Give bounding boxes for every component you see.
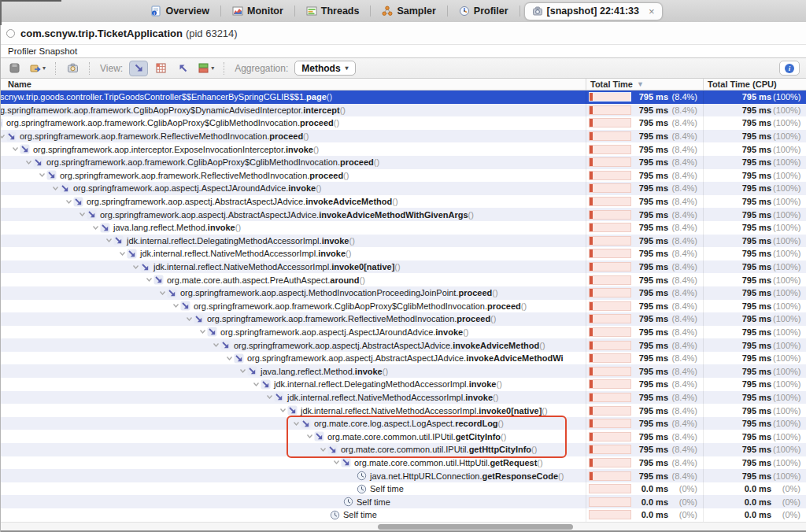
tab-threads[interactable]: Threads [299,3,367,19]
tree-row[interactable]: Self time0.0 ms(0%)0.0 ms(0%) [0,495,806,508]
expand-chevron-icon[interactable] [91,224,100,231]
expand-chevron-icon[interactable] [278,407,287,414]
tab-overview[interactable]: i Overview [143,3,216,19]
tree-row[interactable]: jdk.internal.reflect.NativeMethodAccesso… [0,247,806,260]
cpu-time-cell: 795 ms(100%) [703,312,806,326]
snapshot-camera-button[interactable] [63,61,82,76]
cpu-time-cell: 795 ms(100%) [703,208,806,221]
background-window-top-edge [0,0,61,2]
column-header-total-time-cpu[interactable]: Total Time (CPU) [703,79,806,90]
expand-chevron-icon[interactable] [144,276,153,283]
horizontal-scrollbar-thumb[interactable] [378,524,573,530]
expand-chevron-icon[interactable] [10,146,20,153]
expand-chevron-icon[interactable] [211,342,220,349]
view-combined-button[interactable]: ▾ [195,61,216,76]
column-header-name[interactable]: Name [0,79,586,90]
tree-row[interactable]: Self time0.0 ms(0%)0.0 ms(0%) [0,482,806,496]
tree-row[interactable]: Self time0.0 ms(0%)0.0 ms(0%) [0,508,806,522]
tree-row[interactable]: org.springframework.aop.framework.CglibA… [0,156,806,169]
total-time-cell: 795 ms(8.4%) [586,312,703,326]
tree-row[interactable]: org.mate.core.common.util.HttpUtil.getRe… [0,456,806,470]
expand-chevron-icon[interactable] [251,381,261,388]
forward-calls-icon [133,62,145,74]
save-snapshot-button[interactable] [5,61,24,76]
tree-row[interactable]: jdk.internal.reflect.NativeMethodAccesso… [0,391,806,405]
expand-chevron-icon[interactable] [0,133,6,140]
snapshot-tab-label[interactable]: Profiler Snapshot [0,46,85,56]
expand-chevron-icon[interactable] [157,290,167,297]
tree-row[interactable]: org.springframework.aop.aspectj.Abstract… [0,352,806,365]
expand-chevron-icon[interactable] [291,420,301,427]
info-button[interactable]: i [779,61,800,76]
tree-row[interactable]: org.mate.core.auth.aspect.PreAuthAspect.… [0,273,806,286]
aggregation-dropdown[interactable]: Methods ▾ [294,61,355,76]
export-snapshot-button[interactable]: ▾ [27,61,48,76]
tree-row[interactable]: java.net.HttpURLConnection.getResponseCo… [0,469,806,482]
tab-profiler[interactable]: Profiler [452,3,516,19]
expand-chevron-icon[interactable] [198,328,207,335]
expand-chevron-icon[interactable] [77,211,87,218]
method-name-cell: org.springframework.aop.aspectj.MethodIn… [0,286,586,300]
tree-row[interactable]: org.springframework.aop.framework.Reflec… [0,312,806,326]
tree-row[interactable]: org.mate.core.log.aspect.LogAspect.recor… [0,417,806,430]
toolbar-separator [224,62,224,75]
expand-chevron-icon[interactable] [117,250,127,257]
horizontal-scrollbar[interactable] [0,522,806,530]
time-bar [589,393,631,402]
tree-row[interactable]: jdk.internal.reflect.NativeMethodAccesso… [0,260,806,274]
view-forward-calls-toggle[interactable] [129,61,148,76]
total-time-cell: 795 ms(8.4%) [586,221,703,235]
expand-chevron-icon[interactable] [131,264,140,271]
tab-snapshot[interactable]: [snapshot] 22:41:33 × [524,2,663,20]
tree-row[interactable]: java.lang.reflect.Method.invoke ()795 ms… [0,221,806,235]
tab-monitor[interactable]: Monitor [225,3,290,19]
tree-row[interactable]: org.mate.core.common.util.IPUtil.getCity… [0,430,806,443]
tree-row[interactable]: org.springframework.aop.aspectj.Abstract… [0,208,806,221]
close-icon[interactable]: × [649,6,655,17]
expand-chevron-icon[interactable] [238,368,247,375]
expand-chevron-icon[interactable] [331,459,341,466]
total-time-cell: 795 ms(8.4%) [586,417,703,430]
method-icon [153,275,164,285]
tree-row[interactable]: jdk.internal.reflect.DelegatingMethodAcc… [0,235,806,248]
method-args: () [492,288,497,297]
tree-row[interactable]: scnyw.trip.goods.controller.TripGoodsCon… [0,91,806,104]
tab-sampler[interactable]: Sampler [375,3,442,19]
tree-row[interactable]: org.springframework.aop.aspectj.Abstract… [0,338,806,352]
expand-chevron-icon[interactable] [24,159,33,166]
tree-row[interactable]: g.springframework.aop.framework.CglibAop… [0,104,806,117]
tree-row[interactable]: org.springframework.aop.interceptor.Expo… [0,142,806,156]
expand-chevron-icon[interactable] [104,237,113,244]
tree-row[interactable]: org.mate.core.common.util.IPUtil.getHttp… [0,443,806,456]
expand-chevron-icon[interactable] [305,433,314,440]
total-time-value: 795 ms [631,171,668,180]
tree-row[interactable]: org.springframework.aop.aspectj.MethodIn… [0,286,806,300]
tree-row[interactable]: org.springframework.aop.framework.CglibA… [0,116,806,130]
monitor-icon [232,6,243,17]
expand-chevron-icon[interactable] [37,172,46,179]
cpu-time-value: 795 ms [704,275,773,285]
tree-row[interactable]: org.springframework.aop.aspectj.AspectJA… [0,326,806,339]
expand-chevron-icon[interactable] [224,355,234,362]
tree-row[interactable]: org.springframework.aop.aspectj.AspectJA… [0,182,806,195]
expand-chevron-icon[interactable] [264,393,274,401]
tree-row[interactable]: org.springframework.aop.aspectj.Abstract… [0,195,806,209]
method-args: () [501,432,506,441]
view-hotspots-toggle[interactable] [151,61,170,76]
application-pid: (pid 63214) [186,28,238,39]
total-time-value: 795 ms [631,131,668,141]
method-name-cell: org.springframework.aop.aspectj.Abstract… [0,352,586,365]
expand-chevron-icon[interactable] [50,185,60,192]
tree-row[interactable]: org.springframework.aop.framework.CglibA… [0,300,806,313]
expand-chevron-icon[interactable] [318,446,327,453]
tree-row[interactable]: jdk.internal.reflect.NativeMethodAccesso… [0,404,806,417]
expand-chevron-icon[interactable] [171,302,180,309]
view-reverse-calls-toggle[interactable] [173,61,192,76]
column-header-total-time[interactable]: Total Time ▼ [586,79,703,90]
tree-row[interactable]: java.lang.reflect.Method.invoke ()795 ms… [0,364,806,378]
expand-chevron-icon[interactable] [184,316,194,323]
tree-row[interactable]: org.springframework.aop.framework.Reflec… [0,130,806,143]
expand-chevron-icon[interactable] [64,198,73,205]
tree-row[interactable]: jdk.internal.reflect.DelegatingMethodAcc… [0,378,806,391]
tree-row[interactable]: org.springframework.aop.framework.Reflec… [0,169,806,183]
